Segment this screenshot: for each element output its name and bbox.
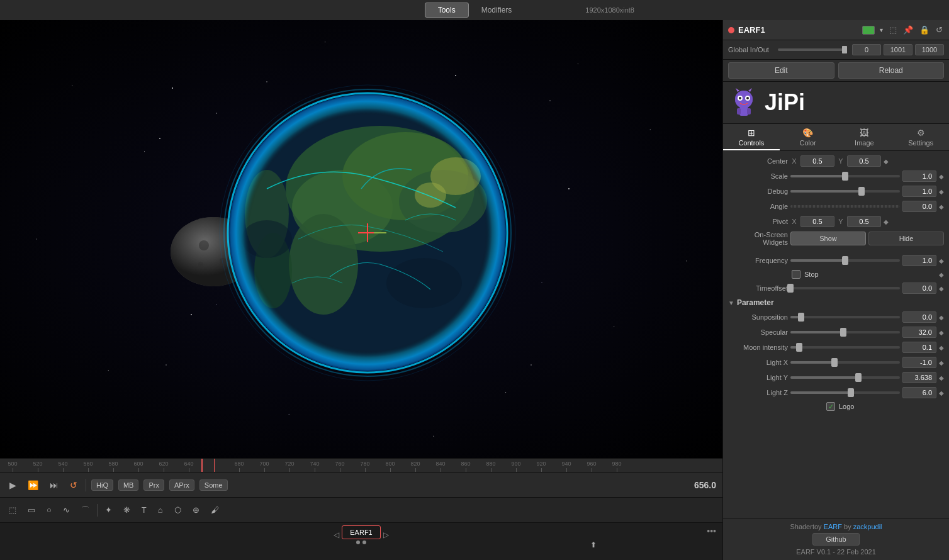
swatch-arrow[interactable]: ▼ (879, 27, 884, 33)
show-widgets-btn[interactable]: Show (790, 232, 866, 245)
ruler-mark-800[interactable]: 800 (378, 461, 403, 472)
ruler-mark-860[interactable]: 860 (453, 461, 478, 472)
ruler-mark-900[interactable]: 900 (503, 461, 529, 472)
tab-settings[interactable]: ⚙ Settings (892, 124, 949, 150)
panel-lock-btn[interactable]: 🔒 (918, 24, 931, 36)
ruler-mark-820[interactable]: 820 (403, 461, 428, 472)
tool-circle[interactable]: ○ (43, 503, 55, 517)
stop-checkbox[interactable] (792, 270, 800, 279)
angle-keyframe[interactable]: ◆ (939, 203, 944, 210)
tab-image[interactable]: 🖼 Image (836, 124, 893, 150)
tool-paint[interactable]: 🖌 (207, 503, 223, 517)
earf-link[interactable]: EARF (824, 523, 842, 530)
mb-button[interactable]: MB (118, 479, 139, 491)
stop-keyframe[interactable]: ◆ (939, 271, 944, 278)
light-x-keyframe[interactable]: ◆ (939, 359, 944, 366)
pivot-y-input[interactable] (847, 216, 881, 227)
timeoffset-keyframe[interactable]: ◆ (939, 285, 944, 292)
sunposition-keyframe[interactable]: ◆ (939, 314, 944, 321)
ruler-mark-580[interactable]: 580 (101, 461, 126, 472)
some-button[interactable]: Some (199, 479, 228, 491)
tool-warp[interactable]: ❋ (120, 503, 134, 517)
tools-tab[interactable]: Tools (425, 3, 469, 18)
hiq-button[interactable]: HiQ (91, 479, 113, 491)
ruler-mark-840[interactable]: 840 (428, 461, 453, 472)
parameter-section[interactable]: ▼ Parameter (723, 296, 949, 310)
moon-intensity-keyframe[interactable]: ◆ (939, 344, 944, 351)
ruler-mark-760[interactable]: 760 (327, 461, 352, 472)
scale-keyframe[interactable]: ◆ (939, 173, 944, 180)
ruler-mark-620[interactable]: 620 (151, 461, 176, 472)
fast-forward-button[interactable]: ⏩ (25, 478, 42, 492)
hide-widgets-btn[interactable]: Hide (868, 232, 944, 245)
ruler-mark-540[interactable]: 540 (50, 461, 76, 472)
timeline-ruler[interactable]: 5005205405605806006206406606807007207407… (0, 458, 722, 472)
tool-rect[interactable]: ▭ (24, 503, 39, 517)
in-value[interactable]: 0 (852, 44, 881, 55)
scale-slider[interactable] (790, 175, 900, 177)
ruler-mark-700[interactable]: 700 (252, 461, 277, 472)
ruler-mark-660[interactable]: 660 (201, 458, 227, 472)
debug-keyframe[interactable]: ◆ (939, 188, 944, 195)
ruler-mark-920[interactable]: 920 (529, 461, 554, 472)
center-y-input[interactable] (847, 155, 881, 167)
tool-brush[interactable]: ⌂ (154, 503, 167, 517)
loop-button[interactable]: ↺ (67, 478, 81, 492)
angle-slider[interactable] (790, 205, 900, 208)
ruler-mark-940[interactable]: 940 (554, 461, 579, 472)
tool-3d[interactable]: ⬡ (171, 503, 185, 517)
end-button[interactable]: ⏭ (47, 478, 62, 492)
ruler-mark-780[interactable]: 780 (352, 461, 378, 472)
timeoffset-slider[interactable] (790, 287, 900, 289)
modifiers-tab[interactable]: Modifiers (469, 3, 525, 17)
ruler-mark-560[interactable]: 560 (76, 461, 101, 472)
pivot-keyframe[interactable]: ◆ (884, 218, 889, 225)
ruler-mark-720[interactable]: 720 (277, 461, 302, 472)
ruler-mark-640[interactable]: 640 (176, 461, 201, 472)
ruler-mark-520[interactable]: 520 (25, 461, 50, 472)
center-keyframe[interactable]: ◆ (884, 158, 889, 165)
color-swatch[interactable] (862, 26, 875, 35)
tool-text[interactable]: T (138, 503, 150, 517)
light-y-slider[interactable] (790, 376, 900, 379)
earf1-node[interactable]: EARF1 (342, 525, 380, 539)
sunposition-slider[interactable] (790, 316, 900, 318)
ruler-mark-980[interactable]: 980 (604, 461, 629, 472)
viewport[interactable] (0, 20, 722, 458)
play-button[interactable]: ▶ (6, 478, 20, 492)
tool-transform[interactable]: ✦ (101, 503, 116, 517)
ruler-mark-880[interactable]: 880 (478, 461, 503, 472)
tool-particle[interactable]: ⊕ (189, 503, 203, 517)
node-more-button[interactable]: ••• (707, 526, 716, 536)
panel-pin-btn[interactable]: 📌 (902, 24, 914, 36)
light-z-keyframe[interactable]: ◆ (939, 389, 944, 396)
light-z-slider[interactable] (790, 391, 900, 394)
author-link[interactable]: zackpudil (853, 523, 882, 530)
specular-keyframe[interactable]: ◆ (939, 329, 944, 336)
tab-color[interactable]: 🎨 Color (780, 124, 836, 150)
ruler-mark-960[interactable]: 960 (579, 461, 604, 472)
pivot-x-input[interactable] (800, 216, 834, 227)
reload-button[interactable]: Reload (838, 62, 945, 79)
light-x-slider[interactable] (790, 361, 900, 364)
out-value[interactable]: 1000 (915, 44, 944, 55)
panel-close-btn[interactable]: ↺ (935, 24, 944, 36)
ruler-mark-740[interactable]: 740 (302, 461, 327, 472)
logo-checkbox[interactable] (826, 402, 835, 411)
tab-controls[interactable]: ⊞ Controls (723, 124, 780, 150)
edit-button[interactable]: Edit (728, 62, 834, 79)
moon-intensity-slider[interactable] (790, 346, 900, 349)
center-x-input[interactable] (800, 155, 834, 167)
aprx-button[interactable]: APrx (169, 479, 194, 491)
frequency-keyframe[interactable]: ◆ (939, 257, 944, 264)
prx-button[interactable]: Prx (143, 479, 164, 491)
inout-slider[interactable] (778, 48, 847, 51)
panel-copy-btn[interactable]: ⬚ (888, 24, 898, 36)
ruler-mark-600[interactable]: 600 (126, 461, 151, 472)
light-y-keyframe[interactable]: ◆ (939, 374, 944, 381)
frequency-slider[interactable] (790, 259, 900, 262)
ruler-mark-500[interactable]: 500 (0, 461, 25, 472)
specular-slider[interactable] (790, 331, 900, 333)
tool-curve[interactable]: ∿ (59, 503, 74, 517)
github-button[interactable]: Github (812, 533, 859, 546)
